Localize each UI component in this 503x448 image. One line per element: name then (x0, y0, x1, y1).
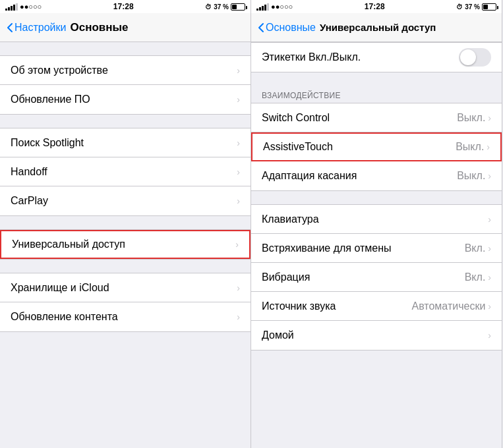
status-bar-right: ●●○○○ 17:28 ⏱ 37 % (251, 0, 502, 13)
left-panel: ●●○○○ 17:28 ⏱ 37 % Настройки Основные Об… (0, 0, 251, 448)
row-sound-source[interactable]: Источник звука Автоматически › (251, 292, 502, 321)
settings-group-interaction: Switch Control Выкл. › AssistiveTouch Вы… (251, 103, 502, 191)
nav-bar-right: Основные Универсальный доступ (251, 13, 502, 42)
settings-list-left: Об этом устройстве › Обновление ПО › Пои… (0, 42, 251, 448)
row-shake[interactable]: Встряхивание для отмены Вкл. › (251, 234, 502, 263)
row-vibration[interactable]: Вибрация Вкл. › (251, 263, 502, 292)
chevron-icon: › (488, 214, 491, 225)
chevron-icon: › (488, 113, 491, 123)
time-left: 17:28 (113, 2, 134, 11)
settings-group-3: Универсальный доступ › (0, 229, 251, 260)
chevron-icon: › (237, 167, 240, 177)
row-labels[interactable]: Этикетки Вкл./Выкл. (251, 43, 502, 72)
toggle-labels[interactable] (459, 48, 491, 67)
chevron-icon: › (235, 239, 239, 250)
row-assistive-touch[interactable]: AssistiveTouch Выкл. › (251, 132, 502, 161)
row-handoff[interactable]: Handoff › (0, 157, 251, 186)
row-keyboard[interactable]: Клавиатура › (251, 205, 502, 234)
status-bar-right-icons: ●●○○○ (256, 3, 293, 11)
chevron-icon: › (488, 272, 491, 283)
chevron-icon: › (488, 243, 491, 254)
status-bar-left-icons: ●●○○○ (5, 3, 42, 11)
battery-icon-left (231, 3, 245, 11)
alarm-icon: ⏱ (205, 3, 212, 11)
battery-pct-right: 37 % (465, 3, 480, 11)
settings-group-1: Об этом устройстве › Обновление ПО › (0, 55, 251, 115)
section-header-interaction: ВЗАИМОДЕЙСТВИЕ (251, 86, 502, 103)
chevron-icon: › (237, 65, 240, 76)
settings-list-right: Этикетки Вкл./Выкл. ВЗАИМОДЕЙСТВИЕ Switc… (251, 42, 502, 448)
settings-group-4: Хранилище и iCloud › Обновление контента… (0, 273, 251, 332)
alarm-icon-right: ⏱ (456, 3, 463, 11)
settings-group-labels: Этикетки Вкл./Выкл. (251, 42, 502, 72)
row-update[interactable]: Обновление ПО › (0, 85, 251, 114)
battery-pct-left: 37 % (214, 3, 229, 11)
row-carplay[interactable]: CarPlay › (0, 186, 251, 215)
status-right-icons-left: ⏱ 37 % (205, 3, 245, 11)
back-chevron-icon (7, 22, 13, 33)
time-right: 17:28 (365, 2, 385, 11)
row-storage[interactable]: Хранилище и iCloud › (0, 273, 251, 302)
carrier-icon-right: ●●○○○ (271, 3, 293, 11)
row-accessibility[interactable]: Универсальный доступ › (0, 230, 251, 259)
chevron-icon: › (237, 196, 240, 206)
chevron-icon: › (487, 142, 490, 152)
nav-title-right: Универсальный доступ (320, 22, 436, 33)
chevron-icon: › (488, 330, 491, 341)
row-home[interactable]: Домой › (251, 321, 502, 350)
status-right-icons-right: ⏱ 37 % (456, 3, 496, 11)
settings-group-2: Поиск Spotlight › Handoff › CarPlay › (0, 128, 251, 216)
status-bar-left: ●●○○○ 17:28 ⏱ 37 % (0, 0, 251, 13)
back-chevron-icon-right (258, 22, 264, 33)
back-label-right: Основные (266, 22, 316, 34)
row-content-update[interactable]: Обновление контента › (0, 302, 251, 331)
row-spotlight[interactable]: Поиск Spotlight › (0, 128, 251, 157)
back-button-left[interactable]: Настройки (7, 22, 66, 34)
carrier-icon: ●●○○○ (20, 3, 42, 11)
back-label-left: Настройки (15, 22, 66, 34)
row-touch-adapt[interactable]: Адаптация касания Выкл. › (251, 161, 502, 190)
signal-icon (5, 3, 18, 11)
right-panel: ●●○○○ 17:28 ⏱ 37 % Основные Универсальны… (251, 0, 502, 448)
nav-bar-left: Настройки Основные (0, 13, 251, 42)
nav-title-left: Основные (70, 21, 128, 34)
battery-icon-right (482, 3, 496, 11)
chevron-icon: › (488, 301, 491, 312)
signal-icon-right (256, 3, 269, 11)
chevron-icon: › (237, 312, 240, 322)
settings-group-more: Клавиатура › Встряхивание для отмены Вкл… (251, 204, 502, 350)
row-switch-control[interactable]: Switch Control Выкл. › (251, 103, 502, 132)
chevron-icon: › (237, 94, 240, 105)
chevron-icon: › (488, 171, 491, 181)
back-button-right[interactable]: Основные (258, 22, 316, 34)
chevron-icon: › (237, 283, 240, 293)
row-about[interactable]: Об этом устройстве › (0, 56, 251, 85)
chevron-icon: › (237, 138, 240, 148)
